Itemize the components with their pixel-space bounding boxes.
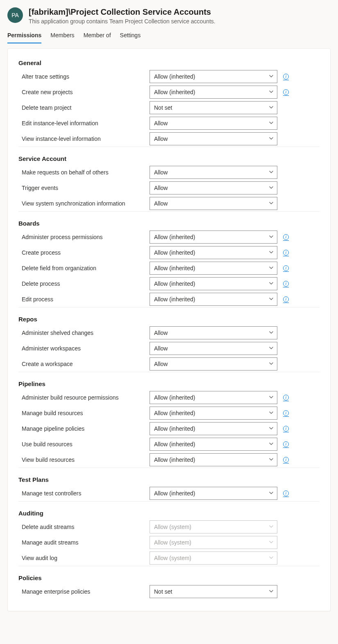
chevron-down-icon	[269, 185, 274, 191]
permission-value: Allow (inherited)	[154, 234, 195, 240]
permission-select[interactable]: Not set	[150, 585, 277, 598]
permission-select[interactable]: Allow (inherited)	[150, 422, 277, 435]
permission-value: Allow (inherited)	[154, 280, 195, 287]
info-cell: i	[280, 89, 292, 95]
chevron-down-icon	[269, 330, 274, 336]
permission-row-manage-pipeline-policies: Manage pipeline policiesAllow (inherited…	[18, 421, 320, 436]
permission-select-wrap: Allow	[150, 326, 277, 339]
info-icon[interactable]: i	[283, 89, 289, 95]
page-subtitle: This application group contains Team Pro…	[29, 18, 331, 25]
info-icon[interactable]: i	[283, 457, 289, 463]
chevron-down-icon	[269, 539, 274, 546]
info-icon[interactable]: i	[283, 250, 289, 255]
tab-settings[interactable]: Settings	[120, 32, 141, 43]
permission-select[interactable]: Allow (inherited)	[150, 293, 277, 306]
permission-select[interactable]: Allow (inherited)	[150, 487, 277, 500]
permission-select[interactable]: Allow	[150, 326, 277, 339]
info-icon[interactable]: i	[283, 281, 289, 287]
info-cell: i	[280, 410, 292, 416]
section-pipelines: PipelinesAdminister build resource permi…	[18, 378, 320, 468]
permission-select[interactable]: Allow (inherited)	[150, 391, 277, 404]
info-icon[interactable]: i	[283, 395, 289, 400]
info-cell: i	[280, 281, 292, 287]
info-icon[interactable]: i	[283, 74, 289, 79]
permission-select[interactable]: Allow (inherited)	[150, 262, 277, 275]
permission-value: Allow (inherited)	[154, 73, 195, 80]
permission-select[interactable]: Allow	[150, 132, 277, 145]
info-icon[interactable]: i	[283, 234, 289, 240]
permission-label: View system synchronization information	[18, 200, 150, 207]
info-icon[interactable]: i	[283, 426, 289, 432]
permission-label: Trigger events	[18, 185, 150, 191]
permission-row-view-system-synchronization-information: View system synchronization informationA…	[18, 196, 320, 211]
info-icon[interactable]: i	[283, 296, 289, 302]
info-icon[interactable]: i	[283, 441, 289, 447]
permission-select[interactable]: Allow (inherited)	[150, 453, 277, 466]
permission-value: Allow (inherited)	[154, 394, 195, 401]
permission-label: Delete process	[18, 280, 150, 287]
tab-members[interactable]: Members	[50, 32, 74, 43]
permission-select-wrap: Allow (inherited)	[150, 246, 277, 259]
permission-label: Administer process permissions	[18, 234, 150, 240]
permission-select[interactable]: Allow	[150, 342, 277, 355]
chevron-down-icon	[269, 555, 274, 561]
permission-select[interactable]: Allow (inherited)	[150, 407, 277, 420]
info-icon[interactable]: i	[283, 490, 289, 496]
permission-select-wrap: Allow	[150, 181, 277, 194]
permission-select[interactable]: Allow (inherited)	[150, 230, 277, 244]
permission-row-administer-workspaces: Administer workspacesAllow	[18, 341, 320, 356]
permission-value: Allow (inherited)	[154, 490, 195, 497]
section-title: Repos	[18, 316, 320, 323]
section-title: Pipelines	[18, 380, 320, 387]
section-title: Boards	[18, 220, 320, 227]
chevron-down-icon	[269, 345, 274, 352]
chevron-down-icon	[269, 200, 274, 207]
chevron-down-icon	[269, 89, 274, 95]
section-title: General	[18, 59, 320, 66]
permission-select-wrap: Allow (inherited)	[150, 391, 277, 404]
section-service-account: Service AccountMake requests on behalf o…	[18, 153, 320, 212]
permission-row-create-new-projects: Create new projectsAllow (inherited)i	[18, 84, 320, 100]
permission-select-wrap: Allow (inherited)	[150, 453, 277, 466]
info-cell: i	[280, 457, 292, 463]
avatar: PA	[7, 7, 23, 23]
info-cell: i	[280, 395, 292, 400]
permission-select[interactable]: Allow	[150, 181, 277, 194]
permission-value: Allow (inherited)	[154, 456, 195, 463]
permission-select[interactable]: Allow (inherited)	[150, 277, 277, 290]
permission-select[interactable]: Allow	[150, 197, 277, 210]
permission-select[interactable]: Allow (inherited)	[150, 438, 277, 451]
permission-row-administer-build-resource-permissions: Administer build resource permissionsAll…	[18, 390, 320, 405]
permission-select[interactable]: Not set	[150, 101, 277, 114]
permission-label: Use build resources	[18, 441, 150, 447]
chevron-down-icon	[269, 441, 274, 447]
permission-select[interactable]: Allow	[150, 166, 277, 179]
permission-row-delete-team-project: Delete team projectNot set	[18, 100, 320, 115]
permission-row-administer-process-permissions: Administer process permissionsAllow (inh…	[18, 229, 320, 245]
permission-select: Allow (system)	[150, 551, 277, 565]
permission-select[interactable]: Allow (inherited)	[150, 246, 277, 259]
permission-select[interactable]: Allow (inherited)	[150, 86, 277, 99]
chevron-down-icon	[269, 524, 274, 530]
permission-label: View instance-level information	[18, 136, 150, 142]
chevron-down-icon	[269, 73, 274, 80]
permission-row-administer-shelved-changes: Administer shelved changesAllow	[18, 325, 320, 341]
permission-select-wrap: Not set	[150, 585, 277, 598]
permission-label: Manage audit streams	[18, 539, 150, 546]
info-icon[interactable]: i	[283, 265, 289, 271]
info-icon[interactable]: i	[283, 410, 289, 416]
permission-row-manage-audit-streams: Manage audit streamsAllow (system)	[18, 535, 320, 550]
chevron-down-icon	[269, 588, 274, 595]
tab-member-of[interactable]: Member of	[84, 32, 111, 43]
tab-permissions[interactable]: Permissions	[7, 32, 41, 43]
permission-select[interactable]: Allow	[150, 357, 277, 371]
permission-select[interactable]: Allow	[150, 117, 277, 130]
permission-select[interactable]: Allow (inherited)	[150, 70, 277, 83]
chevron-down-icon	[269, 280, 274, 287]
permission-value: Allow (system)	[154, 524, 191, 530]
permission-label: Create process	[18, 249, 150, 256]
permissions-card: GeneralAlter trace settingsAllow (inheri…	[7, 48, 331, 611]
section-general: GeneralAlter trace settingsAllow (inheri…	[18, 57, 320, 147]
chevron-down-icon	[269, 136, 274, 142]
info-cell: i	[280, 296, 292, 302]
